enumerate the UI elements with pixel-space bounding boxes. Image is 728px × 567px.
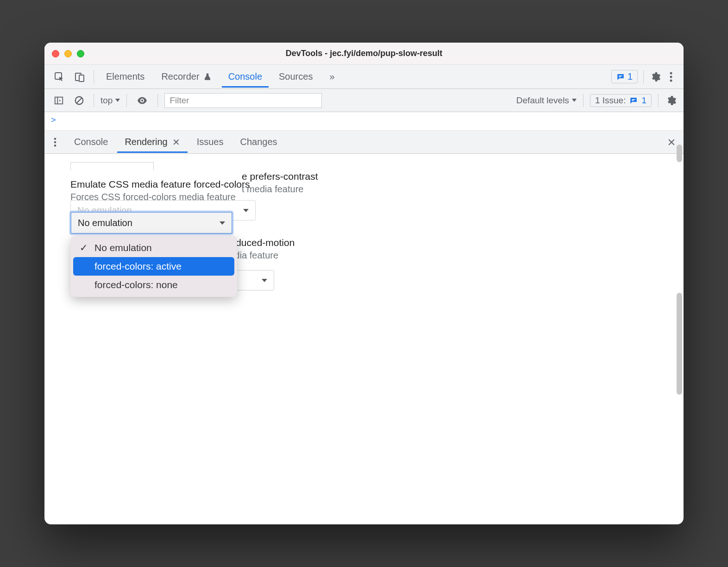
issues-pill[interactable]: 1 Issue: 1 [590, 94, 652, 107]
tab-recorder-label: Recorder [161, 71, 199, 82]
divider [157, 94, 158, 107]
issue-count: 1 [641, 95, 646, 106]
drawer-tab-changes-label: Changes [240, 137, 277, 147]
svg-rect-11 [632, 99, 636, 100]
tab-sources[interactable]: Sources [272, 66, 319, 88]
rendering-pane: Emulate CSS media feature forced-colors … [44, 154, 684, 524]
close-drawer-button[interactable] [667, 138, 676, 147]
drawer-tab-issues[interactable]: Issues [189, 132, 231, 152]
setting-title-partial: e prefers-contrast [242, 171, 658, 182]
svg-point-10 [141, 99, 143, 101]
caret-down-icon [262, 279, 267, 282]
tab-elements[interactable]: Elements [100, 66, 151, 88]
issue-label: 1 Issue: [595, 95, 626, 106]
divider [94, 94, 94, 107]
setting-prefers-contrast-partial: e prefers-contrast t media feature [242, 171, 658, 195]
svg-rect-2 [79, 75, 84, 82]
svg-rect-12 [632, 100, 634, 101]
tab-more-button[interactable]: » [323, 66, 341, 88]
caret-down-icon [220, 221, 225, 225]
chat-icon [616, 73, 625, 81]
option-label: No emulation [94, 242, 152, 253]
context-label: top [100, 95, 113, 106]
svg-rect-8 [55, 97, 63, 104]
drawer-tab-console[interactable]: Console [67, 132, 115, 152]
svg-point-7 [670, 79, 672, 82]
caret-down-icon [243, 209, 249, 212]
svg-rect-4 [619, 76, 621, 77]
divider [94, 70, 94, 83]
divider [126, 94, 127, 107]
drawer-tab-strip: Console Rendering ✕ Issues Changes [44, 131, 684, 154]
svg-point-15 [54, 145, 56, 147]
drawer-tab-changes[interactable]: Changes [233, 132, 285, 152]
filter-input[interactable] [164, 93, 322, 108]
context-selector[interactable]: top [100, 95, 120, 106]
svg-rect-3 [619, 76, 622, 76]
close-window-button[interactable] [52, 50, 59, 57]
svg-point-13 [54, 138, 56, 140]
option-label: forced-colors: none [94, 279, 178, 290]
console-settings-button[interactable] [665, 94, 677, 107]
drawer-tab-rendering[interactable]: Rendering ✕ [117, 132, 187, 153]
issues-count: 1 [628, 71, 633, 82]
tab-console-label: Console [228, 71, 262, 82]
inspect-element-button[interactable] [51, 69, 68, 84]
tab-console[interactable]: Console [222, 66, 269, 88]
drawer-tab-rendering-label: Rendering [125, 137, 167, 147]
console-prompt[interactable]: > [44, 112, 684, 131]
clear-console-button[interactable] [71, 94, 87, 107]
partial-select-above[interactable] [70, 162, 154, 170]
option-label: forced-colors: active [94, 261, 182, 272]
pane-scrollbar-thumb[interactable] [677, 293, 682, 395]
log-levels-selector[interactable]: Default levels [516, 95, 577, 106]
console-toolbar: top Default levels 1 Issue: 1 [44, 89, 684, 112]
svg-point-14 [54, 141, 56, 143]
tab-recorder[interactable]: Recorder [155, 66, 218, 88]
divider [583, 94, 584, 107]
minimize-window-button[interactable] [64, 50, 72, 57]
traffic-lights [52, 50, 84, 57]
settings-button[interactable] [649, 71, 661, 83]
levels-label: Default levels [516, 95, 569, 106]
caret-down-icon [115, 99, 120, 102]
live-expression-button[interactable] [133, 93, 151, 108]
devtools-window: DevTools - jec.fyi/demo/pup-slow-result … [44, 43, 684, 524]
caret-down-icon [572, 99, 577, 102]
maximize-window-button[interactable] [77, 50, 84, 57]
setting-description-partial: t media feature [242, 184, 658, 195]
select-value: No emulation [78, 218, 132, 228]
divider [658, 94, 659, 107]
titlebar: DevTools - jec.fyi/demo/pup-slow-result [44, 43, 684, 65]
forced-colors-select[interactable]: No emulation [70, 212, 232, 234]
main-tab-strip: Elements Recorder Console Sources » 1 [44, 65, 684, 89]
svg-point-6 [670, 76, 672, 78]
window-title: DevTools - jec.fyi/demo/pup-slow-result [44, 49, 684, 58]
check-icon: ✓ [79, 242, 89, 253]
more-options-button[interactable] [665, 71, 677, 83]
drawer-tab-console-label: Console [74, 137, 108, 147]
close-tab-button[interactable]: ✕ [172, 137, 180, 148]
prompt-chevron: > [51, 115, 56, 125]
svg-point-5 [670, 72, 672, 74]
chat-icon [629, 96, 638, 105]
more-label: » [329, 71, 334, 82]
device-toolbar-button[interactable] [71, 69, 88, 84]
tab-elements-label: Elements [106, 71, 144, 82]
option-no-emulation[interactable]: ✓ No emulation [73, 239, 234, 257]
issues-badge[interactable]: 1 [611, 70, 638, 83]
forced-colors-dropdown: ✓ No emulation forced-colors: active for… [70, 236, 237, 297]
option-forced-colors-active[interactable]: forced-colors: active [73, 257, 234, 276]
drawer-more-button[interactable] [49, 136, 61, 148]
toggle-sidebar-button[interactable] [51, 94, 67, 107]
flask-icon [203, 73, 212, 81]
divider [643, 70, 644, 83]
option-forced-colors-none[interactable]: forced-colors: none [73, 276, 234, 294]
drawer-tab-issues-label: Issues [197, 137, 224, 147]
tab-sources-label: Sources [279, 71, 313, 82]
